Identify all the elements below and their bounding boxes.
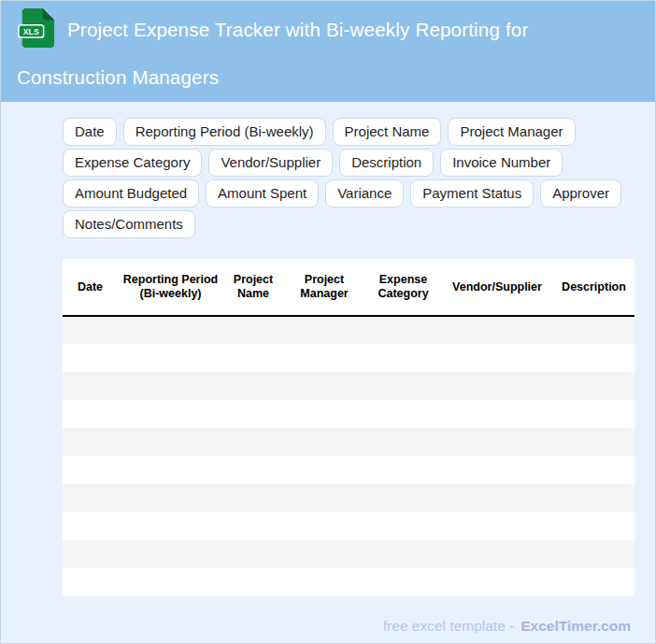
table-cell-empty bbox=[553, 456, 635, 484]
table-cell-empty bbox=[283, 372, 365, 400]
table-cell-empty bbox=[223, 568, 283, 596]
table-cell-empty bbox=[441, 400, 553, 428]
table-cell-empty bbox=[223, 540, 283, 568]
chip-approver[interactable]: Approver bbox=[540, 179, 621, 208]
table-cell-empty bbox=[365, 344, 441, 372]
table-cell-empty bbox=[553, 512, 635, 540]
table-row bbox=[63, 484, 635, 512]
table-cell-empty bbox=[223, 512, 283, 540]
chip-notes-comments[interactable]: Notes/Comments bbox=[63, 210, 195, 238]
table-cell-empty bbox=[118, 568, 223, 596]
table-cell-empty bbox=[63, 540, 118, 568]
chip-payment-status[interactable]: Payment Status bbox=[410, 179, 534, 208]
table-cell-empty bbox=[63, 456, 118, 484]
table-row bbox=[63, 540, 635, 568]
xls-file-icon: XLS bbox=[17, 7, 56, 60]
chip-date[interactable]: Date bbox=[63, 118, 117, 146]
footer-credit: free excel template -ExcelTimer.com bbox=[1, 618, 631, 635]
column-chip-list: Date Reporting Period (Bi-weekly) Projec… bbox=[63, 118, 635, 238]
template-preview-card: Date Reporting Period (Bi-weekly) Projec… bbox=[63, 259, 635, 596]
table-row bbox=[63, 568, 635, 596]
brand-link[interactable]: ExcelTimer.com bbox=[521, 618, 631, 634]
table-cell-empty bbox=[365, 400, 441, 428]
table-cell-empty bbox=[223, 456, 283, 484]
chip-reporting-period[interactable]: Reporting Period (Bi-weekly) bbox=[123, 118, 326, 146]
table-cell-empty bbox=[553, 400, 635, 428]
table-row bbox=[63, 512, 635, 540]
table-header-reporting-period: Reporting Period (Bi-weekly) bbox=[118, 259, 223, 316]
table-header-date: Date bbox=[63, 259, 118, 316]
table-cell-empty bbox=[223, 344, 283, 372]
table-cell-empty bbox=[441, 372, 553, 400]
table-cell-empty bbox=[365, 456, 441, 484]
chip-invoice-number[interactable]: Invoice Number bbox=[440, 149, 563, 177]
table-cell-empty bbox=[553, 344, 635, 372]
table-cell-empty bbox=[118, 344, 223, 372]
table-cell-empty bbox=[553, 372, 635, 400]
table-cell-empty bbox=[365, 316, 441, 344]
table-cell-empty bbox=[118, 456, 223, 484]
table-header-vendor-supplier: Vendor/Supplier bbox=[441, 259, 553, 316]
table-cell-empty bbox=[118, 484, 223, 512]
chip-amount-spent[interactable]: Amount Spent bbox=[206, 179, 319, 208]
table-cell-empty bbox=[223, 316, 283, 344]
expense-table: Date Reporting Period (Bi-weekly) Projec… bbox=[63, 259, 635, 596]
table-cell-empty bbox=[441, 316, 553, 344]
chip-amount-budgeted[interactable]: Amount Budgeted bbox=[63, 179, 199, 208]
chip-vendor-supplier[interactable]: Vendor/Supplier bbox=[208, 149, 333, 177]
table-header-project-manager: Project Manager bbox=[283, 259, 365, 316]
xls-icon-label: XLS bbox=[23, 27, 39, 36]
chip-project-name[interactable]: Project Name bbox=[333, 118, 442, 146]
table-cell-empty bbox=[283, 400, 365, 428]
table-cell-empty bbox=[118, 512, 223, 540]
table-cell-empty bbox=[63, 316, 118, 344]
table-cell-empty bbox=[223, 372, 283, 400]
table-cell-empty bbox=[283, 512, 365, 540]
table-cell-empty bbox=[441, 456, 553, 484]
chip-expense-category[interactable]: Expense Category bbox=[63, 149, 202, 177]
table-row bbox=[63, 400, 635, 428]
table-cell-empty bbox=[283, 428, 365, 456]
table-cell-empty bbox=[553, 484, 635, 512]
footer-credit-text: free excel template - bbox=[383, 618, 514, 634]
table-row bbox=[63, 344, 635, 372]
page: XLS Project Expense Tracker with Bi-week… bbox=[0, 0, 656, 644]
table-cell-empty bbox=[365, 372, 441, 400]
table-cell-empty bbox=[553, 540, 635, 568]
table-header-description: Description bbox=[553, 259, 635, 316]
table-cell-empty bbox=[118, 400, 223, 428]
table-header-project-name: Project Name bbox=[223, 259, 283, 316]
table-cell-empty bbox=[63, 400, 118, 428]
table-row bbox=[63, 372, 635, 400]
chip-variance[interactable]: Variance bbox=[325, 179, 404, 208]
table-cell-empty bbox=[63, 484, 118, 512]
app-header: XLS Project Expense Tracker with Bi-week… bbox=[1, 1, 655, 102]
table-cell-empty bbox=[365, 512, 441, 540]
chip-description[interactable]: Description bbox=[339, 149, 434, 177]
table-cell-empty bbox=[223, 400, 283, 428]
table-cell-empty bbox=[365, 540, 441, 568]
table-cell-empty bbox=[441, 484, 553, 512]
table-cell-empty bbox=[365, 428, 441, 456]
table-cell-empty bbox=[441, 568, 553, 596]
table-cell-empty bbox=[118, 372, 223, 400]
table-cell-empty bbox=[283, 484, 365, 512]
table-cell-empty bbox=[553, 428, 635, 456]
table-cell-empty bbox=[118, 540, 223, 568]
table-cell-empty bbox=[223, 484, 283, 512]
table-cell-empty bbox=[441, 512, 553, 540]
table-cell-empty bbox=[63, 512, 118, 540]
table-cell-empty bbox=[283, 344, 365, 372]
table-cell-empty bbox=[283, 456, 365, 484]
table-cell-empty bbox=[553, 568, 635, 596]
table-cell-empty bbox=[283, 540, 365, 568]
table-cell-empty bbox=[441, 344, 553, 372]
table-cell-empty bbox=[365, 484, 441, 512]
table-cell-empty bbox=[283, 316, 365, 344]
table-cell-empty bbox=[63, 428, 118, 456]
table-cell-empty bbox=[441, 540, 553, 568]
table-cell-empty bbox=[63, 344, 118, 372]
table-row bbox=[63, 316, 635, 344]
chip-project-manager[interactable]: Project Manager bbox=[448, 118, 575, 146]
table-cell-empty bbox=[118, 316, 223, 344]
